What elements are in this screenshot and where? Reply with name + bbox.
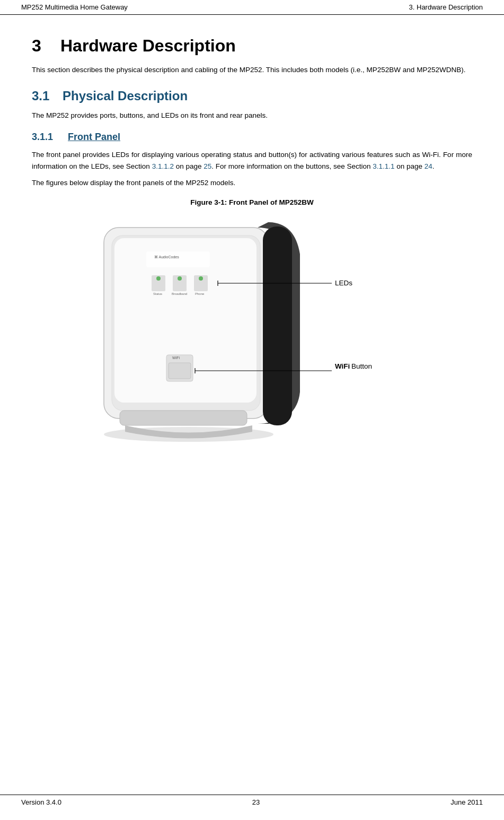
svg-text:LEDs: LEDs [335,279,352,287]
svg-text:Status: Status [153,292,162,295]
svg-rect-5 [120,411,247,425]
page-header: MP252 Multimedia Home Gateway 3. Hardwar… [0,0,504,15]
figure-container: Figure 3-1: Front Panel of MP252BW [32,198,472,447]
link-page-24[interactable]: 24 [425,162,432,170]
link-3112[interactable]: 3.1.1.2 [152,162,174,170]
chapter-heading: 3 Hardware Description [32,36,472,56]
svg-text:Phone: Phone [195,292,205,295]
footer-date: June 2011 [450,798,483,806]
section-311-title: Front Panel [68,132,120,143]
section-311-body1: The front panel provides LEDs for displa… [32,149,472,172]
svg-text:Button: Button [351,362,372,370]
svg-text:WiFi: WiFi [172,356,180,360]
section-311-number: 3.1.1 [32,132,58,143]
page-footer: Version 3.4.0 23 June 2011 [0,795,504,809]
chapter-number: 3 [32,36,51,56]
svg-point-12 [178,276,182,281]
section-31-intro: The MP252 provides ports, buttons, and L… [32,110,472,121]
header-left: MP252 Multimedia Home Gateway [21,3,128,11]
svg-rect-4 [263,226,292,425]
section-311-body2: The figures below display the front pane… [32,177,472,189]
svg-text:Broadband: Broadband [172,292,187,295]
section-31-heading: 3.1 Physical Description [32,89,472,103]
chapter-intro: This section describes the physical desc… [32,64,472,76]
svg-point-13 [199,276,203,281]
footer-version: Version 3.4.0 [21,798,61,806]
link-3111[interactable]: 3.1.1.1 [373,162,394,170]
section-31-number: 3.1 [32,89,53,103]
footer-page-number: 23 [252,798,260,806]
svg-text:WiFi: WiFi [335,362,350,370]
svg-point-11 [156,276,161,281]
device-image-container: ⌘ AudioCodes Status Broadband Phone WiFi [72,212,432,447]
device-figure-svg: ⌘ AudioCodes Status Broadband Phone WiFi [72,212,432,445]
chapter-title: Hardware Description [60,36,236,56]
link-page-25[interactable]: 25 [204,162,211,170]
svg-rect-6 [146,251,210,267]
svg-rect-18 [169,363,191,379]
section-31-title: Physical Description [63,89,188,103]
figure-caption: Figure 3-1: Front Panel of MP252BW [32,198,472,206]
section-311-heading: 3.1.1 Front Panel [32,132,472,143]
main-content: 3 Hardware Description This section desc… [0,15,504,478]
header-right: 3. Hardware Description [409,3,483,11]
svg-text:⌘ AudioCodes: ⌘ AudioCodes [154,255,179,259]
